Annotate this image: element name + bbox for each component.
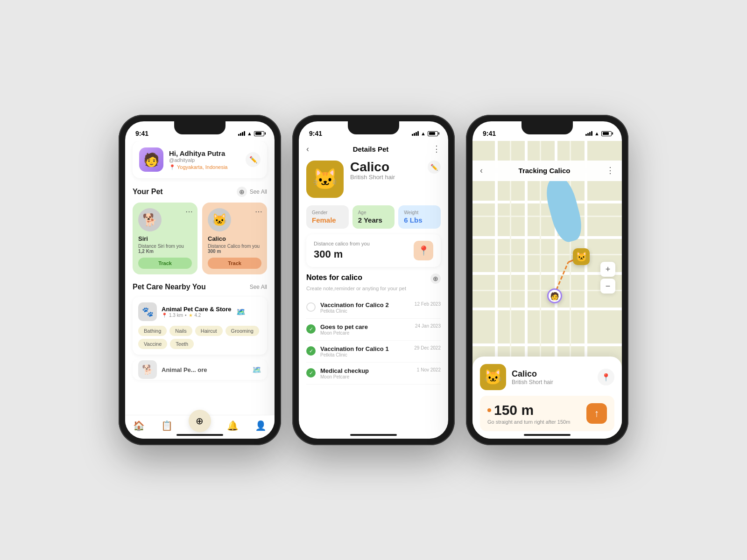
phone-details: 9:41 ▲ ‹ Details Pet ⋮ [292,115,455,445]
care-img-2: 🐕 [138,360,157,379]
note-text-2: Goes to pet care [320,323,368,330]
more-button[interactable]: ⋮ [432,144,441,154]
note-item-2: ✓ Goes to pet care Moon Petcare 24 Jan 2… [306,319,441,341]
profile-info: Hi, Adhitya Putra @adhityalp 📍 Yogyakart… [169,149,240,170]
service-grooming[interactable]: Grooming [226,326,259,336]
distance-card: Distance calico from you 300 m 📍 [306,234,441,267]
care-details: Animal Pet Care & Store 📍 1.3 km • ★ 4.2 [162,306,232,318]
services-grid: Bathing Nails Haircut Grooming Vaccine T… [138,326,261,349]
weight-value: 6 Lbs [404,216,435,224]
signal-icon-3 [585,131,592,136]
care-name-2: Animal Pe... ore [162,366,247,373]
big-distance: 150 m [487,402,570,418]
gender-label: Gender [312,210,343,215]
nav-list[interactable]: 📋 [161,420,173,431]
home-indicator-3 [524,434,571,436]
note-date-3: 29 Dec 2022 [414,345,441,350]
note-date-2: 24 Jan 2023 [415,323,441,329]
notes-title: Notes for calico [306,273,362,282]
note-date-4: 1 Nov 2022 [417,367,441,372]
pet-detail-info: Calico British Short hair [350,161,421,184]
track-calico-button[interactable]: Track [208,258,261,269]
stats-row: Gender Female Age 2 Years Weight 6 Lbs [306,205,441,229]
service-haircut[interactable]: Haircut [195,326,223,336]
profile-handle: @adhityalp [169,157,240,163]
stat-gender: Gender Female [306,205,349,229]
pet-img-calico: 🐱 [208,208,231,231]
age-label: Age [358,210,389,215]
avatar-emoji: 🧑 [143,152,160,168]
pet-card-calico: ⋯ 🐱 Calico Distance Calico from you 300 … [202,203,267,274]
note-check-2[interactable]: ✓ [306,324,316,334]
tracking-back-button[interactable]: ‹ [480,166,483,175]
zoom-in-button[interactable]: + [600,262,615,277]
location-pin-icon: 📍 [169,164,176,170]
note-check-1[interactable] [306,302,316,312]
see-all-care[interactable]: See All [250,284,267,290]
map-icon[interactable]: 🗺️ [236,308,246,316]
service-teeth[interactable]: Teeth [170,339,194,349]
pet-detail-breed: British Short hair [350,174,421,181]
notes-header: Notes for calico ⊕ [306,273,441,284]
note-text-3: Vaccination for Calico 1 [320,345,389,352]
note-sub-4: Moon Petcare [320,374,369,379]
service-vaccine[interactable]: Vaccine [138,339,167,349]
zoom-out-button[interactable]: − [600,279,615,294]
note-content-4: Medical checkup Moon Petcare [320,367,369,379]
battery-icon [254,131,264,136]
tracking-title: Tracking Calico [519,167,571,175]
pet-distance-siri: Distance Siri from you 1,2 Km [138,244,192,254]
pet-distance-calico: Distance Calico from you 300 m [208,244,261,254]
location-icon-wrap: 📍 [414,241,433,260]
note-sub-2: Moon Petcare [320,330,368,336]
phone3-content: ‹ Tracking Calico ⋮ [472,141,622,439]
notch-2 [348,121,399,134]
tracking-bottom-panel: 🐱 Calico British Short hair 📍 150 m [472,357,622,439]
nav-center-button[interactable]: ⊕ [189,410,211,432]
time-3: 9:41 [483,130,496,137]
tracking-more-button[interactable]: ⋮ [606,165,614,175]
bottom-pet-breed: British Short hair [512,379,553,385]
status-icons-1: ▲ [238,131,264,136]
pet-menu-calico[interactable]: ⋯ [255,207,262,216]
avatar: 🧑 [139,147,163,172]
note-text-4: Medical checkup [320,367,369,374]
pet-actions: ⊕ See All [237,187,267,197]
care-card-2: 🐕 Animal Pe... ore 🗺️ [133,359,267,380]
note-check-3[interactable]: ✓ [306,346,316,356]
care-meta: 📍 1.3 km • ★ 4.2 [162,313,232,318]
pet-detail-name: Calico [350,161,421,174]
service-bathing[interactable]: Bathing [138,326,167,336]
note-item-4: ✓ Medical checkup Moon Petcare 1 Nov 202… [306,363,441,385]
note-item-1: Vaccination for Calico 2 Petkita Clinic … [306,297,441,319]
nav-bell[interactable]: 🔔 [227,420,239,431]
add-note-button[interactable]: ⊕ [430,273,441,284]
edit-pet-button[interactable]: ✏️ [428,161,441,174]
pet-menu-siri[interactable]: ⋯ [185,207,193,216]
nav-home[interactable]: 🏠 [133,420,145,431]
pet-img-siri: 🐕 [138,208,162,231]
status-icons-3: ▲ [585,131,612,136]
map-icon-2[interactable]: 🗺️ [252,365,261,374]
back-button[interactable]: ‹ [306,144,309,154]
see-all-pets[interactable]: See All [250,189,267,195]
service-nails[interactable]: Nails [169,326,192,336]
distance-dot [487,408,491,412]
add-pet-button[interactable]: ⊕ [237,187,247,197]
note-content-3: Vaccination for Calico 1 Petkita Clinic [320,345,389,357]
location-button[interactable]: 📍 [598,369,614,385]
location-pin-icon-2: 📍 [418,245,430,256]
stat-weight: Weight 6 Lbs [398,205,441,229]
note-check-4[interactable]: ✓ [306,368,316,378]
pet-care-title: Pet Care Nearby You [133,283,206,291]
phone-tracking: 9:41 ▲ ‹ Tracking Calico ⋮ [466,115,628,445]
track-siri-button[interactable]: Track [138,258,192,269]
bottom-pet-name: Calico [512,369,553,379]
signal-icon-2 [412,131,419,136]
edit-profile-button[interactable]: ✏️ [246,152,261,167]
pet-name-calico: Calico [208,235,261,242]
care-name: Animal Pet Care & Store [162,306,232,313]
care-card-1: 🐾 Animal Pet Care & Store 📍 1.3 km • ★ 4… [133,297,267,355]
nav-profile[interactable]: 👤 [255,420,267,431]
your-pet-title: Your Pet [133,188,163,196]
